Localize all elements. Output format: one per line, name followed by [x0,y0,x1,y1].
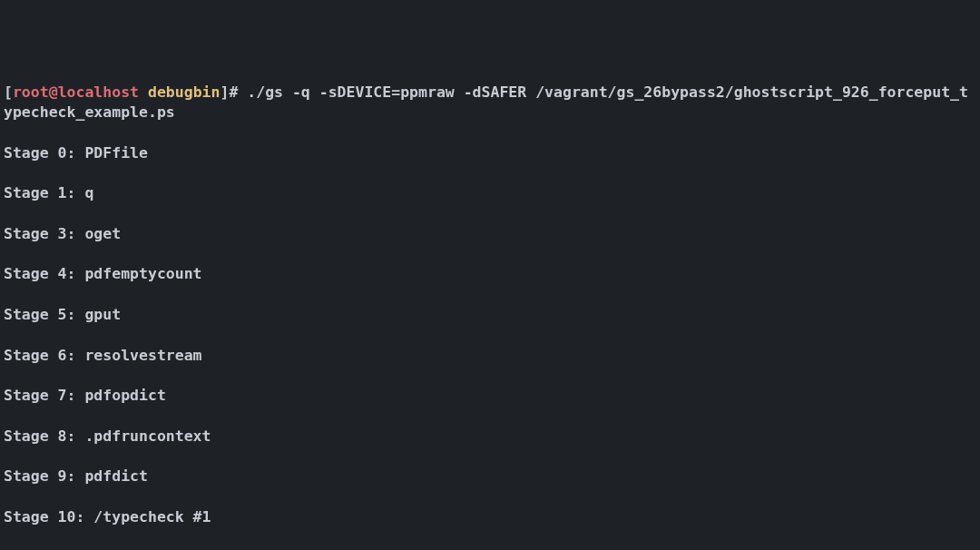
bracket-close: ] [220,83,229,101]
bracket-open: [ [4,83,13,101]
prompt-hash: # [229,83,247,101]
stage-line: Stage 5: gput [4,305,976,325]
stage-line: Stage 8: .pdfruncontext [4,427,976,447]
stage-line: Stage 9: pdfdict [4,467,976,486]
stage-line: Stage 3: oget [4,224,976,244]
prompt-host: localhost [58,83,139,101]
prompt-user: root [13,83,49,101]
stage-line: Stage 6: resolvestream [4,346,976,366]
stage-line: Stage 7: pdfopdict [4,386,976,406]
prompt-cwd: debugbin [148,83,220,101]
stage-line: Stage 1: q [4,183,976,203]
stage-line: Stage 4: pdfemptycount [4,264,976,284]
stage-line: Stage 0: PDFfile [4,143,976,163]
terminal-line: [root@localhost debugbin]# ./gs -q -sDEV… [4,83,976,123]
stage-line: Stage 10: /typecheck #1 [4,507,976,527]
prompt-at: @ [49,83,58,101]
